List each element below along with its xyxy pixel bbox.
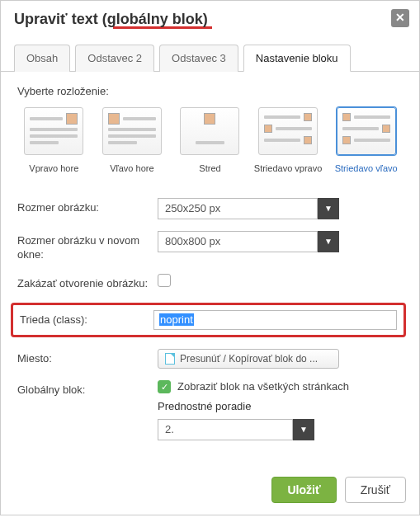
layout-opt-striedavo-vlavo[interactable]: Striedavo vľavo [329,107,403,173]
row-image-size: Rozmer obrázku: 250x250 px ▼ [17,198,403,219]
priority-select[interactable]: 2. ▼ [158,419,314,440]
tab-obsah[interactable]: Obsah [14,45,70,72]
tab-nastavenie-bloku[interactable]: Nastavenie bloku [243,45,351,72]
move-copy-button[interactable]: Presunúť / Kopírovať blok do ... [158,349,339,369]
chevron-down-icon[interactable]: ▼ [293,419,314,440]
chevron-down-icon[interactable]: ▼ [318,231,339,252]
disable-open-checkbox[interactable] [158,274,171,287]
layout-opt-stred[interactable]: Stred [173,107,247,173]
row-global-block: Globálny blok: ✓ Zobraziť blok na všetký… [17,380,403,440]
close-icon[interactable]: ✕ [391,9,409,27]
image-size-label: Rozmer obrázku: [17,198,149,215]
dialog-footer: Uložiť Zrušiť [1,465,419,515]
global-show-text: Zobraziť blok na všetkých stránkach [177,380,349,393]
layout-options: Vpravo hore Vľavo hore Stred [17,107,403,173]
tabs: Obsah Odstavec 2 Odstavec 3 Nastavenie b… [1,35,419,72]
place-label: Miesto: [17,349,149,366]
global-show-checkbox[interactable]: ✓ [158,380,171,393]
layout-opt-vlavo-hore[interactable]: Vľavo hore [96,107,169,173]
document-icon [165,353,175,365]
row-place: Miesto: Presunúť / Kopírovať blok do ... [17,349,403,369]
layout-opt-vpravo-hore[interactable]: Vpravo hore [17,107,91,173]
tab-odstavec-2[interactable]: Odstavec 2 [75,45,154,72]
row-image-size-new-window: Rozmer obrázku v novom okne: 800x800 px … [17,231,403,262]
priority-label: Prednostné poradie [158,400,403,412]
class-input[interactable]: noprint [153,310,397,330]
tab-odstavec-3[interactable]: Odstavec 3 [159,45,238,72]
cancel-button[interactable]: Zrušiť [345,477,406,503]
class-label: Trieda (class): [20,312,145,327]
chevron-down-icon[interactable]: ▼ [318,198,339,219]
dialog-header: Upraviť text (globálny blok) ✕ [1,1,419,35]
layout-opt-striedavo-vpravo[interactable]: Striedavo vpravo [252,107,325,173]
image-size-new-label: Rozmer obrázku v novom okne: [17,231,149,262]
global-block-label: Globálny blok: [17,380,149,398]
row-class-highlighted: Trieda (class): noprint [11,303,406,337]
dialog-title: Upraviť text (globálny blok) [14,11,406,28]
disable-open-label: Zakázať otvorenie obrázku: [17,274,149,291]
dialog: Upraviť text (globálny blok) ✕ Obsah Ods… [0,0,420,515]
layout-section-label: Vyberte rozloženie: [17,85,403,97]
row-disable-open: Zakázať otvorenie obrázku: [17,274,403,291]
image-size-new-select[interactable]: 800x800 px ▼ [158,231,339,252]
settings-panel: Vyberte rozloženie: Vpravo hore Vľavo ho… [1,72,419,465]
save-button[interactable]: Uložiť [271,477,336,503]
image-size-select[interactable]: 250x250 px ▼ [158,198,339,219]
